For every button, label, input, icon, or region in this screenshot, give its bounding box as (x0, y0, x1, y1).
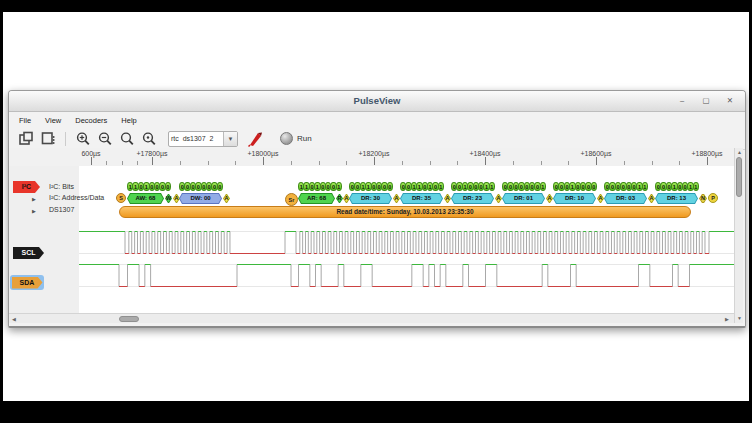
zoom-one-to-one-icon[interactable] (138, 130, 160, 148)
i2c-data-read-annotation[interactable]: DR: 30 (349, 193, 392, 204)
annotation-text: DR: 23 (451, 193, 494, 204)
i2c-data-read-annotation[interactable]: DR: 03 (604, 193, 647, 204)
ruler-minor-tick (137, 161, 138, 165)
i2c-bit-annotation[interactable]: 0 (591, 182, 597, 191)
i2c-bit-annotation[interactable]: 1 (438, 182, 444, 191)
menu-item-file[interactable]: File (19, 116, 31, 125)
session-file-selector[interactable]: rtc_ds1307_2 ▼ (168, 131, 238, 147)
ruler-label: 600µs (81, 150, 100, 157)
i2c-ack-annotation[interactable]: A (444, 194, 451, 203)
run-button[interactable]: Run (276, 131, 316, 146)
ruler-minor-tick (106, 161, 107, 165)
probe-icon[interactable] (244, 130, 266, 148)
ruler-major-tick (485, 157, 486, 165)
menubar: FileViewDecodersHelp (9, 112, 745, 128)
i2c-ack-annotation[interactable]: A (648, 194, 655, 203)
scroll-right-icon[interactable]: ▶ (725, 317, 729, 322)
i2c-ack-annotation[interactable]: A (223, 194, 230, 203)
i2c-data-read-annotation[interactable]: DR: 35 (400, 193, 443, 204)
close-icon[interactable]: ✕ (723, 94, 737, 107)
i2c-data-read-annotation[interactable]: DR: 23 (451, 193, 494, 204)
i2c-bit-annotation[interactable]: 0 (387, 182, 393, 191)
i2c-bit-annotation[interactable]: 1 (642, 182, 648, 191)
zoom-out-icon[interactable] (94, 130, 116, 148)
ruler-minor-tick (513, 161, 514, 165)
zoom-in-icon[interactable] (72, 130, 94, 148)
scroll-left-icon[interactable]: ◀ (12, 317, 16, 322)
annotation-text: DR: 01 (502, 193, 545, 204)
menu-item-decoders[interactable]: Decoders (75, 116, 107, 125)
ruler-minor-tick (235, 161, 236, 165)
vertical-scroll-thumb[interactable] (736, 157, 742, 197)
i2c-ack-annotation[interactable]: A (597, 194, 604, 203)
ruler-label: +18800µs (691, 150, 722, 157)
minimize-icon[interactable]: – (675, 94, 689, 107)
i2c-nack-annotation[interactable]: N (699, 194, 707, 203)
i2c-stop-annotation[interactable]: P (708, 193, 718, 203)
ruler-label: +18400µs (469, 150, 500, 157)
scroll-up-icon[interactable]: ▲ (737, 150, 742, 155)
time-ruler[interactable]: 600µs+17800µs+18000µs+18200µs+18400µs+18… (9, 148, 734, 167)
ruler-label: +18600µs (580, 150, 611, 157)
i2c-start-annotation[interactable]: S (116, 193, 126, 203)
i2c-write-bit-annotation[interactable]: W (165, 194, 172, 203)
toolbar-separator (65, 132, 66, 146)
i2c-bit-annotation[interactable]: 0 (217, 182, 223, 191)
ruler-major-tick (263, 157, 264, 165)
i2c-address-write-annotation[interactable]: AW: 68 (127, 193, 164, 204)
annotation-text: A (648, 194, 655, 203)
window-title: PulseView (9, 95, 745, 106)
i2c-bit-annotation[interactable]: 0 (165, 182, 171, 191)
save-session-icon[interactable] (37, 130, 59, 148)
annotation-text: DR: 13 (655, 193, 698, 204)
i2c-data-read-annotation[interactable]: DR: 10 (553, 193, 596, 204)
i2c-data-read-annotation[interactable]: DR: 01 (502, 193, 545, 204)
session-file-value: rtc_ds1307_2 (169, 135, 223, 142)
window-controls: –▢✕ (675, 94, 737, 107)
menu-item-view[interactable]: View (45, 116, 61, 125)
ruler-minor-tick (568, 161, 569, 165)
i2c-data-read-annotation[interactable]: DR: 13 (655, 193, 698, 204)
run-label: Run (297, 134, 312, 143)
trace-view[interactable]: 1101000000000000110100010011000000110101… (79, 166, 734, 313)
ruler-minor-tick (541, 161, 542, 165)
i2c-repeat-start-annotation[interactable]: Sr (285, 193, 298, 206)
i2c-bit-annotation[interactable]: 1 (540, 182, 546, 191)
i2c-bit-annotation[interactable]: 1 (336, 182, 342, 191)
annotation-text: DR: 30 (349, 193, 392, 204)
ruler-major-tick (596, 157, 597, 165)
i2c-bit-annotation[interactable]: 1 (693, 182, 699, 191)
annotation-text: DR: 35 (400, 193, 443, 204)
scroll-down-icon[interactable]: ▼ (737, 316, 742, 321)
i2c-ack-annotation[interactable]: A (393, 194, 400, 203)
ruler-minor-tick (457, 161, 458, 165)
trace-workspace: 600µs+17800µs+18000µs+18200µs+18400µs+18… (9, 148, 743, 323)
i2c-data-write-annotation[interactable]: DW: 00 (179, 193, 222, 204)
vertical-scrollbar[interactable]: ▲ ▼ (734, 148, 743, 323)
i2c-read-bit-annotation[interactable]: R (336, 194, 343, 203)
titlebar[interactable]: PulseView –▢✕ (9, 91, 745, 112)
annotation-text: DR: 03 (604, 193, 647, 204)
i2c-bit-annotation[interactable]: 1 (489, 182, 495, 191)
i2c-ack-annotation[interactable]: A (546, 194, 553, 203)
horizontal-scrollbar[interactable]: ◀ ▶ (9, 313, 734, 323)
chevron-down-icon[interactable]: ▼ (223, 132, 237, 146)
desktop-background: PulseView –▢✕ FileViewDecodersHelp (3, 12, 749, 401)
ruler-minor-tick (319, 161, 320, 165)
maximize-icon[interactable]: ▢ (699, 94, 713, 107)
i2c-address-read-annotation[interactable]: AR: 68 (298, 193, 335, 204)
ruler-minor-tick (679, 161, 680, 165)
annotation-text: W (165, 194, 172, 203)
ruler-major-tick (707, 157, 708, 165)
ruler-minor-tick (652, 161, 653, 165)
i2c-ack-annotation[interactable]: A (495, 194, 502, 203)
zoom-fit-icon[interactable] (116, 130, 138, 148)
open-file-icon[interactable] (15, 130, 37, 148)
horizontal-scroll-thumb[interactable] (119, 316, 139, 322)
menu-item-help[interactable]: Help (121, 116, 136, 125)
annotation-text: A (597, 194, 604, 203)
ruler-minor-tick (122, 161, 123, 165)
annotation-text: A (444, 194, 451, 203)
annotation-text: DR: 10 (553, 193, 596, 204)
ds1307-annotation[interactable]: Read date/time: Sunday, 10.03.2013 23:35… (119, 206, 691, 218)
